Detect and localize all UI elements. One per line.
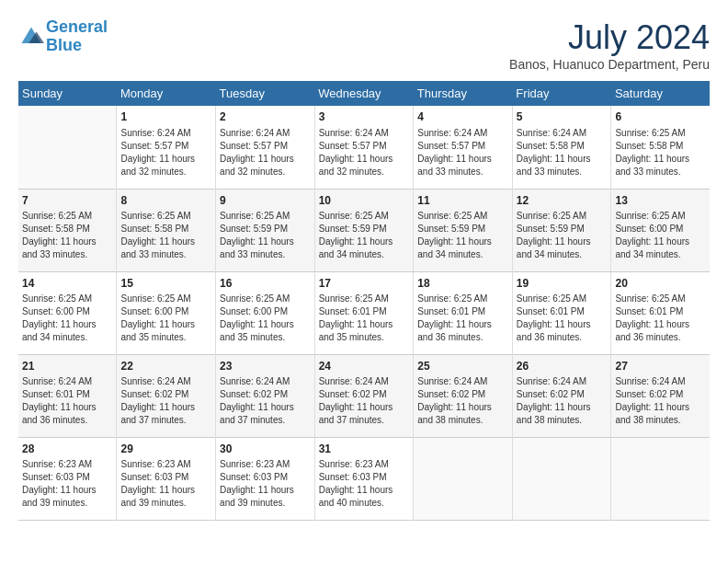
calendar-header: SundayMondayTuesdayWednesdayThursdayFrid… — [18, 81, 710, 106]
day-number: 29 — [120, 442, 211, 457]
day-number: 9 — [220, 193, 311, 209]
calendar-day-cell — [18, 106, 117, 189]
calendar-day-cell: 11Sunrise: 6:25 AM Sunset: 5:59 PM Dayli… — [414, 189, 513, 271]
day-number: 11 — [417, 193, 508, 209]
calendar-week-row: 7Sunrise: 6:25 AM Sunset: 5:58 PM Daylig… — [18, 189, 710, 271]
day-info: Sunrise: 6:24 AM Sunset: 5:57 PM Dayligh… — [417, 127, 508, 178]
day-info: Sunrise: 6:25 AM Sunset: 6:00 PM Dayligh… — [615, 210, 706, 261]
day-info: Sunrise: 6:23 AM Sunset: 6:03 PM Dayligh… — [220, 458, 311, 510]
day-number: 21 — [22, 359, 112, 374]
month-year-title: July 2024 — [509, 18, 710, 57]
day-number: 8 — [120, 193, 211, 209]
calendar-day-cell: 1Sunrise: 6:24 AM Sunset: 5:57 PM Daylig… — [117, 106, 216, 189]
day-info: Sunrise: 6:24 AM Sunset: 6:02 PM Dayligh… — [319, 375, 410, 427]
day-info: Sunrise: 6:24 AM Sunset: 6:02 PM Dayligh… — [120, 375, 211, 427]
calendar-day-cell: 3Sunrise: 6:24 AM Sunset: 5:57 PM Daylig… — [314, 106, 414, 189]
calendar-day-cell: 30Sunrise: 6:23 AM Sunset: 6:03 PM Dayli… — [216, 437, 315, 520]
day-number: 6 — [615, 109, 706, 125]
calendar-day-cell: 28Sunrise: 6:23 AM Sunset: 6:03 PM Dayli… — [18, 437, 117, 520]
calendar-day-cell: 27Sunrise: 6:24 AM Sunset: 6:02 PM Dayli… — [611, 354, 710, 437]
day-info: Sunrise: 6:24 AM Sunset: 5:57 PM Dayligh… — [220, 127, 311, 178]
location-subtitle: Banos, Huanuco Department, Peru — [509, 57, 710, 72]
day-number: 15 — [120, 276, 211, 292]
day-number: 1 — [120, 109, 211, 125]
page-header: General Blue July 2024 Banos, Huanuco De… — [18, 18, 710, 72]
day-info: Sunrise: 6:24 AM Sunset: 5:58 PM Dayligh… — [517, 127, 608, 178]
calendar-day-cell: 24Sunrise: 6:24 AM Sunset: 6:02 PM Dayli… — [314, 354, 414, 437]
calendar-day-cell: 13Sunrise: 6:25 AM Sunset: 6:00 PM Dayli… — [611, 189, 710, 271]
calendar-day-cell: 14Sunrise: 6:25 AM Sunset: 6:00 PM Dayli… — [18, 271, 117, 354]
calendar-day-cell: 15Sunrise: 6:25 AM Sunset: 6:00 PM Dayli… — [117, 271, 216, 354]
calendar-day-cell: 29Sunrise: 6:23 AM Sunset: 6:03 PM Dayli… — [117, 437, 216, 520]
calendar-day-cell: 16Sunrise: 6:25 AM Sunset: 6:00 PM Dayli… — [216, 271, 315, 354]
calendar-day-cell: 10Sunrise: 6:25 AM Sunset: 5:59 PM Dayli… — [314, 189, 414, 271]
weekday-header: Saturday — [611, 81, 710, 106]
day-info: Sunrise: 6:25 AM Sunset: 5:58 PM Dayligh… — [22, 210, 112, 261]
calendar-week-row: 1Sunrise: 6:24 AM Sunset: 5:57 PM Daylig… — [18, 106, 710, 189]
day-info: Sunrise: 6:25 AM Sunset: 5:58 PM Dayligh… — [120, 210, 211, 261]
weekday-header: Wednesday — [314, 81, 414, 106]
day-info: Sunrise: 6:25 AM Sunset: 6:01 PM Dayligh… — [615, 293, 706, 344]
day-info: Sunrise: 6:25 AM Sunset: 5:59 PM Dayligh… — [517, 210, 608, 261]
calendar-day-cell: 18Sunrise: 6:25 AM Sunset: 6:01 PM Dayli… — [414, 271, 513, 354]
calendar-day-cell: 23Sunrise: 6:24 AM Sunset: 6:02 PM Dayli… — [216, 354, 315, 437]
day-number: 26 — [517, 359, 608, 374]
calendar-day-cell: 9Sunrise: 6:25 AM Sunset: 5:59 PM Daylig… — [216, 189, 315, 271]
calendar-week-row: 28Sunrise: 6:23 AM Sunset: 6:03 PM Dayli… — [18, 437, 710, 520]
day-info: Sunrise: 6:25 AM Sunset: 6:01 PM Dayligh… — [417, 293, 508, 344]
calendar-day-cell: 12Sunrise: 6:25 AM Sunset: 5:59 PM Dayli… — [512, 189, 611, 271]
calendar-day-cell: 7Sunrise: 6:25 AM Sunset: 5:58 PM Daylig… — [18, 189, 117, 271]
day-info: Sunrise: 6:25 AM Sunset: 5:59 PM Dayligh… — [220, 210, 311, 261]
day-number: 13 — [615, 193, 706, 209]
day-info: Sunrise: 6:24 AM Sunset: 6:01 PM Dayligh… — [22, 375, 112, 427]
day-info: Sunrise: 6:24 AM Sunset: 5:57 PM Dayligh… — [319, 127, 410, 178]
day-info: Sunrise: 6:23 AM Sunset: 6:03 PM Dayligh… — [22, 458, 112, 510]
calendar-day-cell: 25Sunrise: 6:24 AM Sunset: 6:02 PM Dayli… — [414, 354, 513, 437]
calendar-day-cell: 26Sunrise: 6:24 AM Sunset: 6:02 PM Dayli… — [512, 354, 611, 437]
day-number: 2 — [220, 109, 311, 125]
calendar-day-cell: 31Sunrise: 6:23 AM Sunset: 6:03 PM Dayli… — [314, 437, 414, 520]
day-number: 12 — [517, 193, 608, 209]
day-number: 4 — [417, 109, 508, 125]
logo-text: General Blue — [46, 18, 108, 55]
day-info: Sunrise: 6:25 AM Sunset: 5:58 PM Dayligh… — [615, 127, 706, 178]
day-info: Sunrise: 6:25 AM Sunset: 5:59 PM Dayligh… — [417, 210, 508, 261]
calendar-table: SundayMondayTuesdayWednesdayThursdayFrid… — [18, 81, 710, 521]
calendar-week-row: 21Sunrise: 6:24 AM Sunset: 6:01 PM Dayli… — [18, 354, 710, 437]
day-info: Sunrise: 6:23 AM Sunset: 6:03 PM Dayligh… — [120, 458, 211, 510]
weekday-header: Sunday — [18, 81, 117, 106]
day-info: Sunrise: 6:25 AM Sunset: 6:01 PM Dayligh… — [517, 293, 608, 344]
day-info: Sunrise: 6:25 AM Sunset: 6:00 PM Dayligh… — [220, 293, 311, 344]
day-info: Sunrise: 6:25 AM Sunset: 6:00 PM Dayligh… — [120, 293, 211, 344]
day-number: 28 — [22, 442, 112, 457]
logo: General Blue — [18, 18, 108, 55]
title-block: July 2024 Banos, Huanuco Department, Per… — [509, 18, 710, 72]
calendar-day-cell: 2Sunrise: 6:24 AM Sunset: 5:57 PM Daylig… — [216, 106, 315, 189]
calendar-day-cell: 22Sunrise: 6:24 AM Sunset: 6:02 PM Dayli… — [117, 354, 216, 437]
day-number: 23 — [220, 359, 311, 374]
day-info: Sunrise: 6:25 AM Sunset: 6:01 PM Dayligh… — [319, 293, 410, 344]
day-number: 16 — [220, 276, 311, 292]
day-number: 25 — [417, 359, 508, 374]
logo-icon — [18, 24, 44, 50]
day-info: Sunrise: 6:25 AM Sunset: 5:59 PM Dayligh… — [319, 210, 410, 261]
day-number: 5 — [517, 109, 608, 125]
day-number: 20 — [615, 276, 706, 292]
day-number: 27 — [615, 359, 706, 374]
day-number: 22 — [120, 359, 211, 374]
day-info: Sunrise: 6:24 AM Sunset: 5:57 PM Dayligh… — [120, 127, 211, 178]
day-number: 24 — [319, 359, 410, 374]
calendar-day-cell: 6Sunrise: 6:25 AM Sunset: 5:58 PM Daylig… — [611, 106, 710, 189]
day-number: 19 — [517, 276, 608, 292]
calendar-day-cell — [414, 437, 513, 520]
calendar-body: 1Sunrise: 6:24 AM Sunset: 5:57 PM Daylig… — [18, 106, 710, 520]
calendar-day-cell: 8Sunrise: 6:25 AM Sunset: 5:58 PM Daylig… — [117, 189, 216, 271]
weekday-header: Thursday — [414, 81, 513, 106]
day-number: 14 — [22, 276, 112, 292]
day-number: 17 — [319, 276, 410, 292]
day-number: 18 — [417, 276, 508, 292]
day-info: Sunrise: 6:24 AM Sunset: 6:02 PM Dayligh… — [220, 375, 311, 427]
day-info: Sunrise: 6:24 AM Sunset: 6:02 PM Dayligh… — [615, 375, 706, 427]
calendar-day-cell: 20Sunrise: 6:25 AM Sunset: 6:01 PM Dayli… — [611, 271, 710, 354]
calendar-day-cell: 17Sunrise: 6:25 AM Sunset: 6:01 PM Dayli… — [314, 271, 414, 354]
